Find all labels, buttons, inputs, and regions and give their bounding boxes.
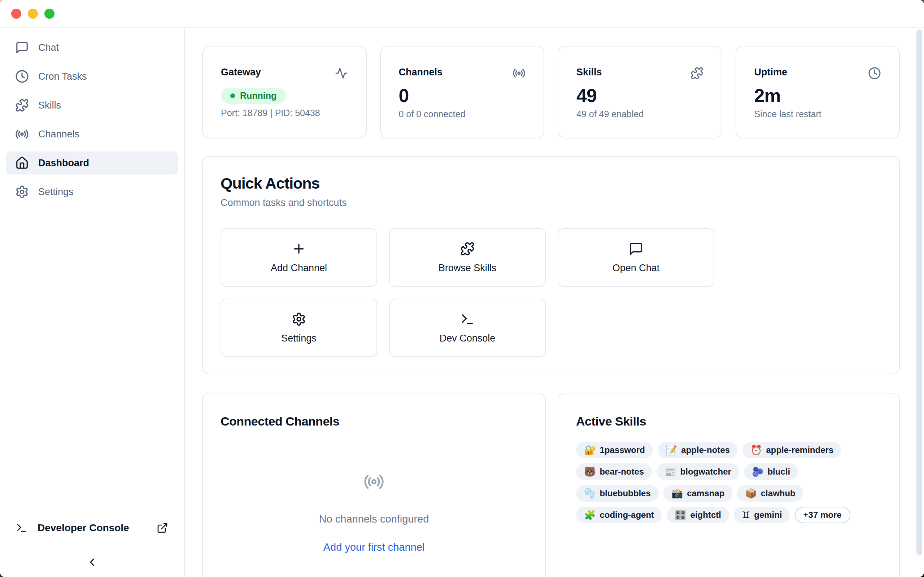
chat-icon — [15, 41, 29, 55]
skill-emoji: 🫧 — [584, 488, 596, 498]
skill-name: apple-notes — [681, 445, 730, 455]
sidebar-item-channels[interactable]: Channels — [6, 122, 178, 146]
sidebar-item-label: Skills — [38, 100, 61, 111]
radio-icon — [363, 471, 384, 492]
skill-chip: ⏰apple-reminders — [743, 442, 842, 458]
skill-chip: 📝apple-notes — [657, 442, 738, 458]
skill-name: apple-reminders — [766, 445, 834, 455]
uptime-value: 2m — [754, 85, 881, 106]
skill-emoji: 🎛️ — [675, 510, 686, 520]
add-first-channel-link[interactable]: Add your first channel — [323, 541, 425, 554]
gateway-detail: Port: 18789 | PID: 50438 — [221, 108, 348, 118]
clock-icon — [868, 67, 881, 80]
skills-card-title: Skills — [577, 66, 602, 78]
skill-name: blogwatcher — [680, 467, 731, 477]
skills-detail: 49 of 49 enabled — [577, 108, 703, 119]
quick-actions-grid: Add Channel Browse Skills Open Chat Sett… — [221, 228, 881, 357]
skill-name: bluebubbles — [599, 488, 650, 498]
uptime-detail: Since last restart — [754, 108, 881, 119]
puzzle-icon — [15, 98, 29, 112]
dev-console-label: Dev Console — [439, 333, 496, 344]
skill-name: blucli — [767, 467, 790, 477]
skill-name: gemini — [754, 510, 782, 520]
skill-emoji: 🧩 — [584, 510, 596, 520]
quick-actions-subtitle: Common tasks and shortcuts — [221, 197, 881, 208]
connected-channels-card: Connected Channels No channels configure… — [202, 393, 546, 577]
skill-emoji: 📰 — [664, 467, 676, 476]
channels-count: 0 — [399, 85, 526, 106]
chevron-left-icon — [86, 556, 98, 568]
skill-chip: 🫐blucli — [744, 463, 798, 480]
skill-emoji: 📸 — [671, 488, 683, 498]
zoom-button[interactable] — [44, 9, 55, 19]
gear-icon — [15, 185, 29, 199]
sidebar-item-dashboard[interactable]: Dashboard — [6, 152, 178, 174]
terminal-icon — [16, 522, 27, 534]
quick-actions-title: Quick Actions — [221, 174, 881, 192]
skill-name: 1password — [599, 445, 645, 455]
settings-label: Settings — [281, 333, 317, 344]
skill-name: bear-notes — [599, 467, 644, 477]
skill-name: eightctl — [690, 510, 721, 520]
quick-actions-card: Quick Actions Common tasks and shortcuts… — [202, 156, 900, 374]
clock-icon — [15, 69, 29, 83]
developer-console-link[interactable]: Developer Console — [16, 522, 168, 534]
skill-chip: 🐻bear-notes — [576, 463, 652, 480]
skills-card: Skills 49 49 of 49 enabled — [558, 46, 722, 139]
no-channels-text: No channels configured — [319, 513, 429, 525]
add-channel-button[interactable]: Add Channel — [221, 228, 377, 287]
puzzle-icon — [460, 242, 475, 256]
browse-skills-button[interactable]: Browse Skills — [389, 228, 546, 287]
puzzle-icon — [690, 67, 703, 80]
skills-count: 49 — [577, 85, 703, 106]
skills-chip-list: 🔐1password 📝apple-notes ⏰apple-reminders… — [576, 442, 881, 523]
sidebar: Chat Cron Tasks Skills Channels Dashboar… — [0, 29, 185, 577]
skill-chip: 🔐1password — [576, 442, 653, 458]
sidebar-item-label: Dashboard — [38, 158, 89, 169]
plus-icon — [292, 242, 306, 256]
radio-icon — [512, 67, 525, 80]
sidebar-collapse-button[interactable] — [16, 556, 168, 568]
sidebar-nav: Chat Cron Tasks Skills Channels Dashboar… — [0, 29, 184, 203]
skill-chip: 📰blogwatcher — [657, 463, 739, 480]
skill-emoji: 🔐 — [584, 445, 596, 455]
stats-row: Gateway Running Port: 18789 | PID: 50438… — [202, 46, 900, 139]
uptime-card: Uptime 2m Since last restart — [736, 46, 900, 139]
gateway-status-label: Running — [240, 90, 276, 101]
settings-button[interactable]: Settings — [221, 298, 377, 357]
home-icon — [15, 156, 29, 170]
sidebar-item-cron-tasks[interactable]: Cron Tasks — [6, 65, 178, 88]
vertical-scrollbar-thumb[interactable] — [916, 29, 922, 555]
add-channel-label: Add Channel — [271, 263, 327, 274]
sidebar-item-skills[interactable]: Skills — [6, 94, 178, 117]
chat-icon — [629, 242, 643, 256]
minimize-button[interactable] — [28, 9, 38, 19]
sidebar-item-settings[interactable]: Settings — [6, 180, 178, 203]
app-window: Chat Cron Tasks Skills Channels Dashboar… — [0, 0, 924, 577]
channels-detail: 0 of 0 connected — [399, 108, 526, 119]
open-chat-label: Open Chat — [612, 263, 660, 274]
connected-channels-title: Connected Channels — [221, 414, 527, 429]
dev-console-button[interactable]: Dev Console — [389, 298, 546, 357]
skill-emoji: 📝 — [666, 445, 677, 455]
skill-emoji: 🫐 — [752, 467, 763, 476]
titlebar — [0, 0, 924, 28]
open-chat-button[interactable]: Open Chat — [558, 228, 714, 287]
gateway-card-title: Gateway — [221, 66, 261, 78]
radio-icon — [15, 127, 29, 141]
skill-emoji: ⏰ — [750, 445, 762, 455]
active-skills-title: Active Skills — [576, 414, 881, 429]
main-content: Gateway Running Port: 18789 | PID: 50438… — [186, 29, 924, 577]
skill-chip: 🎛️eightctl — [667, 507, 729, 523]
channels-empty-state: No channels configured Add your first ch… — [221, 429, 527, 554]
close-button[interactable] — [11, 9, 21, 19]
skill-name: camsnap — [687, 488, 724, 498]
skill-emoji: ♊ — [742, 510, 750, 520]
show-more-skills-button[interactable]: +37 more — [795, 507, 850, 523]
status-dot — [230, 93, 235, 98]
developer-console-label: Developer Console — [37, 522, 129, 534]
gateway-card: Gateway Running Port: 18789 | PID: 50438 — [202, 46, 367, 139]
bottom-section: Connected Channels No channels configure… — [202, 393, 900, 577]
external-link-icon[interactable] — [157, 522, 168, 534]
sidebar-item-chat[interactable]: Chat — [6, 36, 178, 59]
